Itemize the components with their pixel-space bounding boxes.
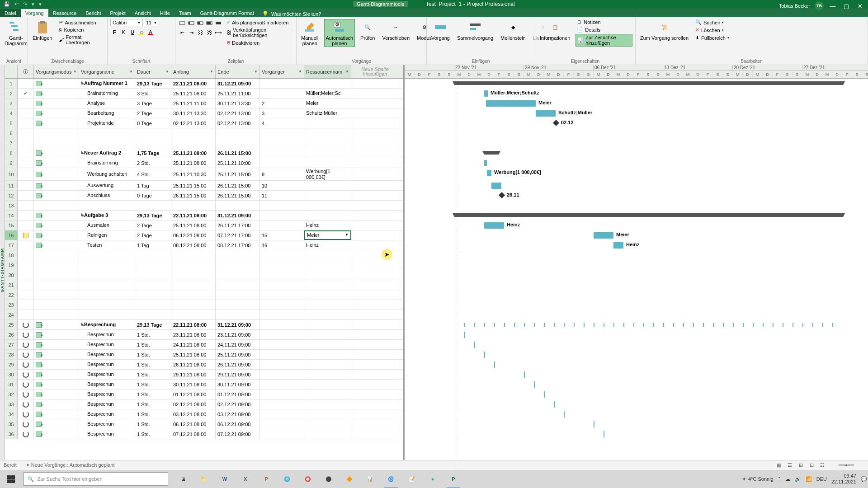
milestone-icon[interactable] — [499, 192, 505, 198]
cut-button[interactable]: ✂Ausschneiden — [57, 19, 104, 26]
taskbar-search[interactable]: 🔍Zur Suche Text hier eingeben — [24, 472, 168, 486]
table-row[interactable]: 11Auswertung1 Tag25.11.21 15:0026.11.21 … — [5, 181, 403, 191]
gantt-bar[interactable]: Werbung[1 000,00€] — [487, 170, 491, 176]
obs-icon[interactable]: ⚫ — [319, 470, 338, 488]
pct25-button[interactable] — [187, 19, 195, 27]
gantt-bar[interactable]: Heinz — [613, 242, 623, 249]
table-row[interactable]: 17Testen1 Tag08.12.21 08:0008.12.21 17:0… — [5, 240, 403, 250]
gantt-view-button[interactable]: Gantt-Diagramm — [3, 19, 29, 47]
spotify-icon[interactable]: ● — [423, 470, 442, 488]
tab-hilfe[interactable]: Hilfe — [156, 9, 175, 17]
milestone-button[interactable]: ◆Meilenstein — [499, 19, 528, 42]
tab-gantt-diagramm-format[interactable]: Gantt-Diagramm Format — [196, 9, 259, 17]
clock[interactable]: 09:4722.11.2021 — [831, 473, 856, 485]
user-name[interactable]: Tobias Becker — [779, 3, 810, 9]
notes-button[interactable]: 🗒Notizen — [576, 19, 632, 25]
wifi-icon[interactable]: 📶 — [806, 476, 812, 482]
chrome-icon[interactable]: ⭕ — [298, 470, 317, 488]
table-row[interactable]: 19 — [5, 260, 403, 270]
table-row[interactable]: 23 — [5, 300, 403, 310]
font-family-select[interactable]: Calibri▼ — [110, 19, 143, 26]
col-indicators[interactable]: ⓘ — [18, 65, 34, 78]
manual-schedule-button[interactable]: Manuell planen — [299, 19, 321, 47]
minimize-icon[interactable]: — — [828, 3, 837, 9]
underline-button[interactable]: U — [128, 28, 137, 36]
auto-schedule-button[interactable]: ⚙Automatisch planen — [324, 19, 355, 47]
table-row[interactable]: 13 — [5, 201, 403, 211]
view-report-icon[interactable]: ☷ — [817, 461, 827, 469]
table-row[interactable]: 30Besprechun1 Std.29.11.21 08:0029.11.21… — [5, 370, 403, 380]
table-row[interactable]: 18 — [5, 250, 403, 260]
table-row[interactable]: 27Besprechun1 Std.24.11.21 08:0024.11.21… — [5, 340, 403, 350]
powerpoint-icon[interactable]: P — [257, 470, 276, 488]
table-row[interactable]: 14Aufgabe 329,13 Tage22.11.21 08:0031.12… — [5, 211, 403, 221]
col-predecessor[interactable]: Vorgänger▼ — [260, 65, 304, 78]
lang-indicator[interactable]: DEU — [816, 476, 827, 482]
table-row[interactable]: 26Besprechun1 Std.23.11.21 08:0023.11.21… — [5, 330, 403, 340]
indent-button[interactable]: ⇥ — [187, 28, 195, 37]
table-row[interactable]: 36Besprechun1 Std.07.12.21 08:0007.12.21… — [5, 429, 403, 439]
tab-ansicht[interactable]: Ansicht — [130, 9, 156, 17]
table-row[interactable]: 28Besprechun1 Std.25.11.21 08:0025.11.21… — [5, 350, 403, 360]
table-row[interactable]: 15Ausmalen2 Tage25.11.21 08:0026.11.21 1… — [5, 221, 403, 230]
pct100-button[interactable] — [214, 19, 222, 27]
gantt-bar[interactable]: Heinz — [484, 222, 504, 229]
undo-icon[interactable]: ↶ — [14, 1, 19, 7]
col-name[interactable]: Vorgangsname▼ — [79, 65, 135, 78]
word-icon[interactable]: W — [215, 470, 234, 488]
paste-button[interactable]: Einfügen — [31, 19, 54, 42]
pct0-button[interactable] — [178, 19, 186, 27]
tray-up-icon[interactable]: ˄ — [778, 476, 781, 482]
project-icon[interactable]: P — [444, 470, 463, 488]
edge2-icon[interactable]: 🌀 — [382, 470, 401, 488]
find-button[interactable]: 🔍Suchen▾ — [694, 19, 731, 26]
table-row[interactable]: 9Brainstorming2 Std.25.11.21 08:0025.11.… — [5, 158, 403, 168]
view-resource-icon[interactable]: ⊡ — [807, 461, 816, 469]
pct50-button[interactable] — [196, 19, 204, 27]
col-mode[interactable]: Vorgangsmodus▼ — [34, 65, 79, 78]
excel-icon[interactable]: X — [236, 470, 255, 488]
table-row[interactable]: 7 — [5, 138, 403, 148]
maximize-icon[interactable]: ▢ — [842, 3, 851, 9]
table-row[interactable]: 34Besprechun1 Std.03.12.21 08:0003.12.21… — [5, 409, 403, 419]
table-row[interactable]: 20 — [5, 270, 403, 280]
table-row[interactable]: 3Analyse3 Tage25.11.21 11:0030.11.21 13:… — [5, 99, 403, 108]
table-row[interactable]: 4Bearbeitung2 Tage30.11.21 13:3002.12.21… — [5, 108, 403, 118]
avatar[interactable]: TB — [815, 1, 824, 10]
bold-button[interactable]: F — [110, 28, 118, 36]
app-icon[interactable]: 🔶 — [340, 470, 359, 488]
save-icon[interactable]: 💾 — [4, 1, 10, 7]
notification-icon[interactable]: 💬 — [861, 476, 867, 482]
move-button[interactable]: ↔Verschieben — [380, 19, 411, 42]
view-usage-icon[interactable]: ☰ — [785, 461, 795, 469]
gantt-bar[interactable]: Müller;Meier;Schultz — [484, 90, 488, 97]
col-end[interactable]: Ende▼ — [216, 65, 260, 78]
doc-icon[interactable]: ▾ — [32, 1, 34, 7]
scroll-to-task-button[interactable]: 📜Zum Vorgang scrollen — [638, 19, 690, 42]
clear-button[interactable]: ✕Löschen▾ — [694, 27, 731, 33]
close-icon[interactable]: ✕ — [855, 3, 864, 9]
zoom-slider[interactable]: ━━●━━ — [828, 461, 864, 469]
tell-me-search[interactable]: 💡 Was möchten Sie tun? — [262, 11, 321, 17]
details-button[interactable]: 📄Details — [576, 26, 632, 33]
col-resources[interactable]: Ressourcennam▼ — [304, 65, 351, 78]
notepad-icon[interactable]: 📝 — [402, 470, 421, 488]
tab-ressource[interactable]: Ressource — [48, 9, 81, 17]
edge-icon[interactable]: 🌐 — [278, 470, 297, 488]
task-view-icon[interactable]: ⊞ — [174, 470, 193, 488]
deactivate-button[interactable]: ⊖Deaktivieren — [226, 39, 293, 46]
weather-widget[interactable]: ☀4°C Sonnig — [742, 476, 774, 482]
table-row[interactable]: 33Besprechun1 Std.02.12.21 08:0002.12.21… — [5, 399, 403, 409]
onedrive-icon[interactable]: ☁ — [785, 476, 790, 482]
tab-bericht[interactable]: Bericht — [81, 9, 105, 17]
table-row[interactable]: 25Besprechung29,13 Tage22.11.21 08:0031.… — [5, 320, 403, 330]
table-row[interactable]: 29Besprechun1 Std.26.11.21 08:0026.11.21… — [5, 360, 403, 370]
split-button[interactable]: ⟷ — [214, 28, 222, 37]
table-row[interactable]: 8Neuer Auftrag 21,75 Tage25.11.21 08:002… — [5, 148, 403, 158]
pct75-button[interactable] — [205, 19, 213, 27]
font-size-select[interactable]: 11▼ — [144, 19, 159, 26]
table-row[interactable]: 31Besprechun1 Std.30.11.21 08:0030.11.21… — [5, 380, 403, 389]
tab-projekt[interactable]: Projekt — [106, 9, 130, 17]
font-color-button[interactable]: A — [146, 28, 155, 36]
tab-team[interactable]: Team — [175, 9, 196, 17]
